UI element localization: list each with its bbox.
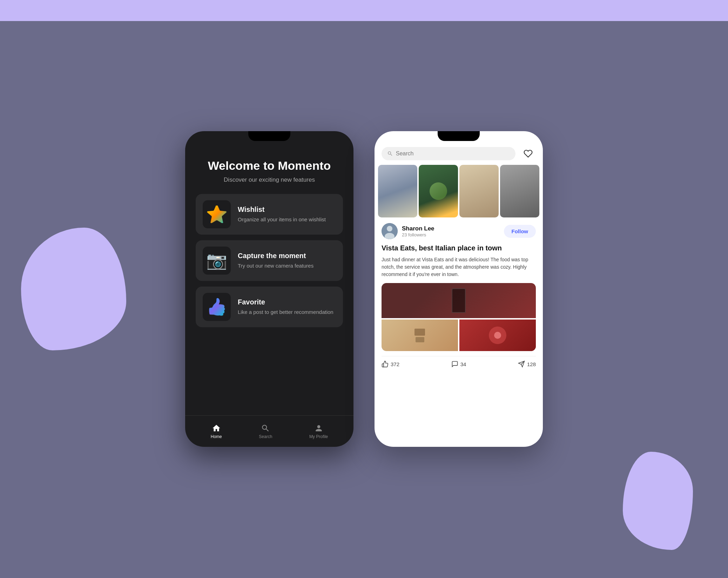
- thumbs-up-icon: 👍: [206, 297, 227, 317]
- dark-phone: Welcome to Momento Discover our exciting…: [185, 131, 353, 447]
- photo-cell-2: [419, 165, 458, 217]
- share-count: 128: [527, 361, 536, 367]
- post-title: Vista Eats, best Italian place in town: [382, 243, 536, 253]
- bg-blob-right: [623, 452, 693, 550]
- comment-count: 34: [460, 361, 466, 367]
- phone-notch-left: [248, 131, 290, 141]
- user-followers: 23 followers: [402, 232, 434, 237]
- welcome-subtitle: Discover our exciting new features: [196, 176, 343, 183]
- post-section: Sharon Lee 23 followers Follow Vista Eat…: [375, 217, 543, 447]
- post-images: [382, 283, 536, 351]
- post-image-3: [459, 320, 536, 351]
- nav-home-label: Home: [211, 434, 222, 439]
- share-icon: [518, 361, 525, 368]
- search-input[interactable]: [396, 150, 510, 157]
- like-count: 372: [391, 361, 399, 367]
- capture-title: Capture the moment: [238, 252, 314, 260]
- top-bar: [0, 0, 728, 21]
- wishlist-title: Wishlist: [238, 206, 326, 214]
- capture-card[interactable]: 📷 Capture the moment Try out our new cam…: [196, 240, 343, 281]
- capture-text: Capture the moment Try out our new camer…: [238, 252, 314, 269]
- nav-search-label: Search: [259, 434, 272, 439]
- search-bar-row: [375, 141, 543, 165]
- wishlist-text: Wishlist Organize all your items in one …: [238, 206, 326, 223]
- user-name: Sharon Lee: [402, 225, 434, 232]
- photo-cell-4: [500, 165, 539, 217]
- user-details: Sharon Lee 23 followers: [402, 225, 434, 237]
- favorite-title: Favorite: [238, 298, 333, 306]
- post-image-2: [382, 320, 458, 351]
- photo-grid: [375, 165, 543, 217]
- wishlist-card[interactable]: ⭐ Wishlist Organize all your items in on…: [196, 194, 343, 235]
- comment-button[interactable]: 34: [451, 361, 466, 368]
- heart-button[interactable]: [520, 146, 536, 161]
- favorite-text: Favorite Like a post to get better recom…: [238, 298, 333, 316]
- bg-blob-left: [21, 228, 126, 350]
- search-icon: [387, 150, 393, 157]
- comment-icon: [451, 361, 458, 368]
- nav-search[interactable]: Search: [259, 424, 272, 439]
- user-info: Sharon Lee 23 followers: [382, 223, 434, 239]
- capture-desc: Try out our new camera features: [238, 262, 314, 269]
- wishlist-desc: Organize all your items in one wishlist: [238, 216, 326, 223]
- favorite-desc: Like a post to get better recommendation: [238, 308, 333, 316]
- wishlist-icon-wrap: ⭐: [203, 200, 231, 228]
- heart-icon: [524, 149, 533, 158]
- phones-container: Welcome to Momento Discover our exciting…: [185, 131, 543, 447]
- search-input-wrap[interactable]: [382, 147, 515, 160]
- welcome-title: Welcome to Momento: [196, 159, 343, 173]
- home-icon: [212, 424, 221, 433]
- thumbs-up-icon: [382, 361, 389, 368]
- nav-profile-label: My Profile: [309, 434, 328, 439]
- favorite-icon-wrap: 👍: [203, 293, 231, 321]
- photo-cell-1: [378, 165, 417, 217]
- star-icon: ⭐: [206, 206, 228, 223]
- like-button[interactable]: 372: [382, 361, 399, 368]
- camera-icon: 📷: [206, 251, 227, 270]
- light-phone: Sharon Lee 23 followers Follow Vista Eat…: [375, 131, 543, 447]
- share-button[interactable]: 128: [518, 361, 536, 368]
- follow-button[interactable]: Follow: [504, 225, 536, 238]
- profile-icon: [314, 424, 323, 433]
- phone-notch-right: [438, 131, 480, 141]
- dark-screen: Welcome to Momento Discover our exciting…: [185, 141, 353, 415]
- user-row: Sharon Lee 23 followers Follow: [382, 223, 536, 239]
- bottom-nav-dark: Home Search My Profile: [185, 415, 353, 447]
- favorite-card[interactable]: 👍 Favorite Like a post to get better rec…: [196, 287, 343, 327]
- photo-cell-3: [459, 165, 499, 217]
- search-icon: [261, 424, 270, 433]
- capture-icon-wrap: 📷: [203, 247, 231, 275]
- avatar: [382, 223, 398, 239]
- light-screen: Sharon Lee 23 followers Follow Vista Eat…: [375, 141, 543, 447]
- svg-point-1: [387, 226, 392, 231]
- nav-home[interactable]: Home: [211, 424, 222, 439]
- nav-profile[interactable]: My Profile: [309, 424, 328, 439]
- post-image-1: [382, 283, 536, 318]
- post-actions: 372 34 128: [382, 356, 536, 368]
- post-body: Just had dinner at Vista Eats and it was…: [382, 256, 536, 278]
